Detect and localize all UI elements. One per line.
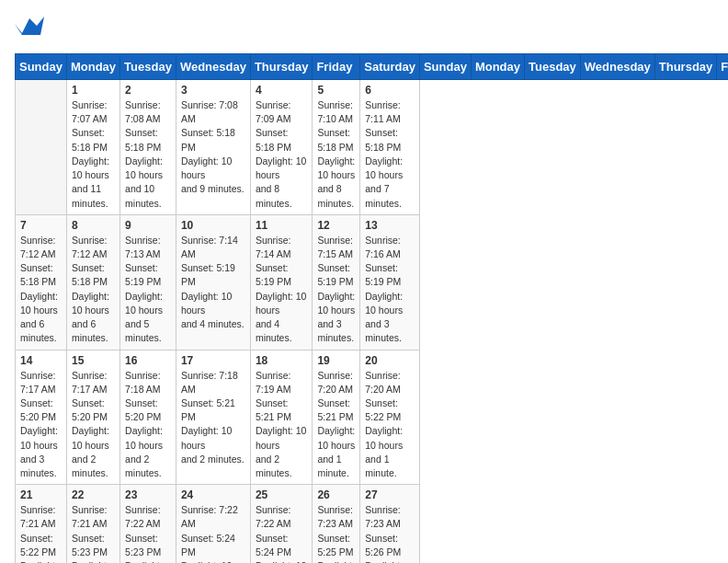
calendar-week-row: 14Sunrise: 7:17 AMSunset: 5:20 PMDayligh…: [16, 350, 729, 485]
calendar-cell: 20Sunrise: 7:20 AMSunset: 5:22 PMDayligh…: [360, 350, 420, 485]
header-friday: Friday: [313, 54, 360, 80]
day-number: 8: [72, 219, 115, 232]
header-tuesday: Tuesday: [120, 54, 176, 80]
day-number: 16: [125, 354, 171, 367]
calendar-cell: 22Sunrise: 7:21 AMSunset: 5:23 PMDayligh…: [66, 485, 119, 563]
page-header: [15, 15, 713, 46]
day-number: 13: [365, 219, 415, 232]
calendar-cell: 7Sunrise: 7:12 AMSunset: 5:18 PMDaylight…: [16, 214, 67, 350]
day-info: Sunrise: 7:12 AMSunset: 5:18 PMDaylight:…: [20, 234, 62, 346]
day-info: Sunrise: 7:14 AMSunset: 5:19 PMDaylight:…: [181, 234, 245, 332]
calendar-cell: [16, 80, 67, 215]
day-info: Sunrise: 7:09 AMSunset: 5:18 PMDaylight:…: [256, 98, 308, 211]
calendar-cell: 14Sunrise: 7:17 AMSunset: 5:20 PMDayligh…: [16, 350, 67, 485]
calendar-cell: 15Sunrise: 7:17 AMSunset: 5:20 PMDayligh…: [66, 350, 119, 485]
day-number: 4: [256, 84, 308, 97]
day-info: Sunrise: 7:08 AMSunset: 5:18 PMDaylight:…: [125, 98, 171, 211]
day-number: 17: [181, 354, 245, 367]
day-info: Sunrise: 7:10 AMSunset: 5:18 PMDaylight:…: [317, 98, 355, 211]
header-wednesday: Wednesday: [176, 54, 250, 80]
header-sunday: Sunday: [16, 54, 67, 80]
day-number: 14: [20, 354, 62, 367]
calendar-cell: 10Sunrise: 7:14 AMSunset: 5:19 PMDayligh…: [176, 214, 250, 350]
col-header-friday: Friday: [717, 54, 728, 80]
day-info: Sunrise: 7:13 AMSunset: 5:19 PMDaylight:…: [125, 234, 171, 346]
day-info: Sunrise: 7:23 AMSunset: 5:25 PMDaylight:…: [317, 503, 355, 563]
day-number: 12: [317, 219, 355, 232]
header-thursday: Thursday: [250, 54, 313, 80]
day-info: Sunrise: 7:18 AMSunset: 5:21 PMDaylight:…: [181, 369, 245, 467]
day-info: Sunrise: 7:16 AMSunset: 5:19 PMDaylight:…: [365, 234, 415, 346]
day-number: 2: [125, 84, 171, 97]
day-number: 9: [125, 219, 171, 232]
day-info: Sunrise: 7:19 AMSunset: 5:21 PMDaylight:…: [256, 369, 308, 481]
header-saturday: Saturday: [360, 54, 420, 80]
calendar-cell: 18Sunrise: 7:19 AMSunset: 5:21 PMDayligh…: [250, 350, 313, 485]
calendar-week-row: 7Sunrise: 7:12 AMSunset: 5:18 PMDaylight…: [16, 214, 729, 350]
day-info: Sunrise: 7:21 AMSunset: 5:23 PMDaylight:…: [72, 503, 115, 563]
day-info: Sunrise: 7:22 AMSunset: 5:24 PMDaylight:…: [181, 503, 245, 563]
day-info: Sunrise: 7:22 AMSunset: 5:23 PMDaylight:…: [125, 503, 171, 563]
calendar-header-row: SundayMondayTuesdayWednesdayThursdayFrid…: [16, 54, 729, 80]
calendar-cell: 3Sunrise: 7:08 AMSunset: 5:18 PMDaylight…: [176, 80, 250, 215]
day-info: Sunrise: 7:12 AMSunset: 5:18 PMDaylight:…: [72, 234, 115, 346]
day-info: Sunrise: 7:17 AMSunset: 5:20 PMDaylight:…: [20, 369, 62, 481]
calendar-cell: 5Sunrise: 7:10 AMSunset: 5:18 PMDaylight…: [313, 80, 360, 215]
calendar-cell: 21Sunrise: 7:21 AMSunset: 5:22 PMDayligh…: [16, 485, 67, 563]
day-number: 6: [365, 84, 415, 97]
day-number: 18: [256, 354, 308, 367]
calendar-cell: 19Sunrise: 7:20 AMSunset: 5:21 PMDayligh…: [313, 350, 360, 485]
day-info: Sunrise: 7:20 AMSunset: 5:21 PMDaylight:…: [317, 369, 355, 481]
col-header-wednesday: Wednesday: [580, 54, 654, 80]
calendar-cell: 16Sunrise: 7:18 AMSunset: 5:20 PMDayligh…: [120, 350, 176, 485]
day-number: 24: [181, 488, 245, 501]
day-info: Sunrise: 7:14 AMSunset: 5:19 PMDaylight:…: [256, 234, 308, 346]
day-info: Sunrise: 7:22 AMSunset: 5:24 PMDaylight:…: [256, 503, 308, 563]
calendar-cell: 1Sunrise: 7:07 AMSunset: 5:18 PMDaylight…: [66, 80, 119, 215]
col-header-thursday: Thursday: [654, 54, 717, 80]
col-header-monday: Monday: [471, 54, 524, 80]
day-info: Sunrise: 7:15 AMSunset: 5:19 PMDaylight:…: [317, 234, 355, 346]
day-number: 19: [317, 354, 355, 367]
calendar-cell: 17Sunrise: 7:18 AMSunset: 5:21 PMDayligh…: [176, 350, 250, 485]
col-header-sunday: Sunday: [419, 54, 471, 80]
calendar-cell: 6Sunrise: 7:11 AMSunset: 5:18 PMDaylight…: [360, 80, 420, 215]
col-header-tuesday: Tuesday: [525, 54, 581, 80]
calendar-cell: 2Sunrise: 7:08 AMSunset: 5:18 PMDaylight…: [120, 80, 176, 215]
calendar-table: SundayMondayTuesdayWednesdayThursdayFrid…: [15, 53, 728, 563]
svg-marker-0: [22, 17, 44, 35]
calendar-cell: 11Sunrise: 7:14 AMSunset: 5:19 PMDayligh…: [250, 214, 313, 350]
day-info: Sunrise: 7:08 AMSunset: 5:18 PMDaylight:…: [181, 98, 245, 197]
day-info: Sunrise: 7:20 AMSunset: 5:22 PMDaylight:…: [365, 369, 415, 481]
day-number: 10: [181, 219, 245, 232]
day-number: 15: [72, 354, 115, 367]
day-number: 7: [20, 219, 62, 232]
day-number: 23: [125, 488, 171, 501]
day-info: Sunrise: 7:18 AMSunset: 5:20 PMDaylight:…: [125, 369, 171, 481]
calendar-week-row: 1Sunrise: 7:07 AMSunset: 5:18 PMDaylight…: [16, 80, 729, 215]
day-info: Sunrise: 7:21 AMSunset: 5:22 PMDaylight:…: [20, 503, 62, 563]
calendar-cell: 25Sunrise: 7:22 AMSunset: 5:24 PMDayligh…: [250, 485, 313, 563]
day-number: 26: [317, 488, 355, 501]
calendar-cell: 26Sunrise: 7:23 AMSunset: 5:25 PMDayligh…: [313, 485, 360, 563]
day-number: 20: [365, 354, 415, 367]
day-number: 27: [365, 488, 415, 501]
svg-marker-1: [15, 24, 22, 35]
calendar-cell: 13Sunrise: 7:16 AMSunset: 5:19 PMDayligh…: [360, 214, 420, 350]
day-info: Sunrise: 7:23 AMSunset: 5:26 PMDaylight:…: [365, 503, 415, 563]
day-number: 11: [256, 219, 308, 232]
day-info: Sunrise: 7:17 AMSunset: 5:20 PMDaylight:…: [72, 369, 115, 481]
calendar-cell: 9Sunrise: 7:13 AMSunset: 5:19 PMDaylight…: [120, 214, 176, 350]
calendar-cell: 24Sunrise: 7:22 AMSunset: 5:24 PMDayligh…: [176, 485, 250, 563]
day-number: 21: [20, 488, 62, 501]
calendar-cell: 23Sunrise: 7:22 AMSunset: 5:23 PMDayligh…: [120, 485, 176, 563]
day-number: 3: [181, 84, 245, 97]
logo-icon: [15, 15, 44, 46]
day-number: 22: [72, 488, 115, 501]
header-monday: Monday: [66, 54, 119, 80]
day-number: 1: [72, 84, 115, 97]
day-info: Sunrise: 7:11 AMSunset: 5:18 PMDaylight:…: [365, 98, 415, 211]
calendar-cell: 4Sunrise: 7:09 AMSunset: 5:18 PMDaylight…: [250, 80, 313, 215]
calendar-week-row: 21Sunrise: 7:21 AMSunset: 5:22 PMDayligh…: [16, 485, 729, 563]
day-number: 5: [317, 84, 355, 97]
